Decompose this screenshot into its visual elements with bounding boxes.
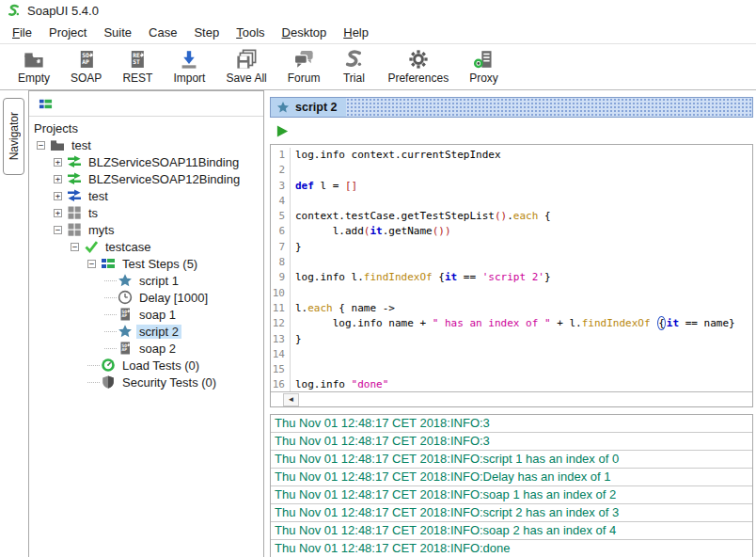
tree-connector <box>104 331 117 332</box>
navigator-tab-label: Navigator <box>8 112 21 160</box>
tree-item-label[interactable]: testcase <box>102 240 153 254</box>
tree-row-security-tests-0-[interactable]: Security Tests (0) <box>29 374 263 390</box>
tree-item-label[interactable]: test <box>86 189 111 203</box>
tree-row-script-2[interactable]: script 2 <box>29 323 263 340</box>
tree-item-label[interactable]: BLZServiceSOAP11Binding <box>86 155 242 169</box>
tree-row-load-tests-0-[interactable]: Load Tests (0) <box>29 357 263 374</box>
menu-file[interactable]: File <box>4 23 40 42</box>
tree-row-myts[interactable]: −myts <box>29 221 263 238</box>
menu-help[interactable]: Help <box>335 23 377 42</box>
import-icon <box>179 49 199 70</box>
tree-item-label[interactable]: Load Tests (0) <box>119 358 202 373</box>
soap-button[interactable]: SOAPSOAP <box>62 47 110 87</box>
groovy-star-icon <box>118 273 133 288</box>
rest-button[interactable]: RESTREST <box>114 47 161 87</box>
code-view[interactable]: 1log.info context.currentStepIndex23def … <box>271 145 752 391</box>
collapse-icon[interactable]: − <box>71 243 79 251</box>
collapse-icon[interactable]: − <box>87 260 96 268</box>
forum-button[interactable]: Forum <box>279 47 329 87</box>
tree-row-test[interactable]: −test <box>29 136 263 153</box>
navigator-tab-strip: Navigator <box>0 90 28 557</box>
line-number: 4 <box>271 194 291 209</box>
log-row[interactable]: Thu Nov 01 12:48:17 CET 2018:INFO:Delay … <box>271 469 752 486</box>
script-toolbar <box>270 119 753 142</box>
menu-desktop[interactable]: Desktop <box>274 23 336 42</box>
expand-icon[interactable]: + <box>54 209 62 217</box>
groovy-code-editor[interactable]: 1log.info context.currentStepIndex23def … <box>270 144 753 407</box>
tree-item-label[interactable]: Delay [1000] <box>136 291 211 305</box>
tree-row-script-1[interactable]: script 1 <box>29 272 263 289</box>
run-script-button[interactable] <box>274 122 291 139</box>
code-text: l.each { name -> <box>291 301 395 316</box>
code-text: log.info name + " has an index of " + l.… <box>291 316 735 331</box>
tree-row-blzservicesoap11binding[interactable]: +BLZServiceSOAP11Binding <box>29 153 263 170</box>
tree-row-test-steps-5-[interactable]: −Test Steps (5) <box>29 255 263 272</box>
log-row[interactable]: Thu Nov 01 12:48:17 CET 2018:INFO:3 <box>271 433 752 451</box>
tree-row-ts[interactable]: +ts <box>29 204 263 221</box>
log-row[interactable]: Thu Nov 01 12:48:17 CET 2018:INFO:soap 1… <box>271 486 752 504</box>
tree-row-soap-1[interactable]: SOAPsoap 1 <box>29 306 263 323</box>
window-titlebar[interactable]: SoapUI 5.4.0 <box>0 0 756 21</box>
document-tab-title: script 2 <box>295 101 337 114</box>
toolbar-button-label: Save All <box>226 72 266 85</box>
tree-options-icon[interactable] <box>39 97 53 111</box>
editor-horizontal-scrollbar[interactable]: ◄ <box>271 391 752 406</box>
code-text: context.testCase.getTestStepList().each … <box>291 209 551 224</box>
proxy-button[interactable]: Proxy <box>461 47 507 87</box>
tabbar-pattern[interactable] <box>346 98 752 117</box>
log-output-panel[interactable]: Thu Nov 01 12:48:17 CET 2018:INFO:3Thu N… <box>270 414 753 557</box>
code-text: log.info l.findIndexOf {it == 'script 2'… <box>291 270 551 285</box>
tree-item-label[interactable]: Security Tests (0) <box>119 375 219 390</box>
line-number: 15 <box>271 362 291 377</box>
tree-item-label[interactable]: BLZServiceSOAP12Binding <box>86 172 243 186</box>
tree-item-label[interactable]: test <box>69 138 94 152</box>
scroll-left-button[interactable]: ◄ <box>283 393 299 406</box>
log-row[interactable]: Thu Nov 01 12:48:17 CET 2018:INFO:done <box>271 540 752 557</box>
collapse-icon[interactable]: − <box>54 226 62 234</box>
preferences-button[interactable]: Preferences <box>379 47 457 87</box>
tree-item-label[interactable]: Test Steps (5) <box>119 257 200 271</box>
save-all-button[interactable]: Save All <box>217 47 275 87</box>
menu-step[interactable]: Step <box>185 23 228 42</box>
line-number: 3 <box>271 179 291 194</box>
tree-row-test[interactable]: +test <box>29 187 263 204</box>
toolbar-button-label: REST <box>122 72 152 85</box>
soap-request-icon: SOAP <box>118 307 133 322</box>
tree-item-label[interactable]: soap 1 <box>136 308 179 322</box>
log-row[interactable]: Thu Nov 01 12:48:17 CET 2018:INFO:script… <box>271 504 752 522</box>
expand-icon[interactable]: + <box>54 192 62 200</box>
tree-item-label[interactable]: soap 2 <box>136 342 179 356</box>
import-button[interactable]: Import <box>165 47 213 87</box>
log-row[interactable]: Thu Nov 01 12:48:17 CET 2018:INFO:3 <box>271 415 752 433</box>
code-text: } <box>291 332 302 347</box>
tree-root-row[interactable]: Projects <box>29 119 263 136</box>
expand-icon[interactable]: + <box>54 158 62 167</box>
document-tab-script2[interactable]: script 2 <box>271 98 346 117</box>
tree-root-label: Projects <box>31 121 81 135</box>
tree-item-label[interactable]: myts <box>86 223 117 237</box>
collapse-icon[interactable]: − <box>37 141 45 150</box>
soapui-window: SoapUI 5.4.0 FileProjectSuiteCaseStepToo… <box>0 0 756 557</box>
project-tree[interactable]: Projects −test+BLZServiceSOAP11Binding+B… <box>29 117 263 390</box>
tree-row-soap-2[interactable]: SOAPsoap 2 <box>29 340 263 357</box>
menu-project[interactable]: Project <box>40 23 95 42</box>
tree-item-label[interactable]: script 1 <box>136 274 181 288</box>
tree-connector <box>104 348 117 349</box>
tree-row-delay-1000-[interactable]: Delay [1000] <box>29 289 263 306</box>
navigator-tab[interactable]: Navigator <box>3 98 24 175</box>
menu-tools[interactable]: Tools <box>228 23 273 42</box>
menu-case[interactable]: Case <box>140 23 185 42</box>
expand-icon[interactable]: + <box>54 175 62 183</box>
tree-item-label[interactable]: script 2 <box>136 325 181 339</box>
tree-row-blzservicesoap12binding[interactable]: +BLZServiceSOAP12Binding <box>29 170 263 187</box>
code-text <box>291 255 295 270</box>
tree-item-label[interactable]: ts <box>86 206 101 220</box>
forum-icon <box>293 49 314 70</box>
code-line-16: 16log.info "done" <box>271 377 752 391</box>
menu-suite[interactable]: Suite <box>95 23 140 42</box>
empty-button[interactable]: Empty <box>9 47 58 87</box>
trial-button[interactable]: Trial <box>332 47 375 87</box>
log-row[interactable]: Thu Nov 01 12:48:17 CET 2018:INFO:soap 2… <box>271 522 752 540</box>
tree-row-testcase[interactable]: −testcase <box>29 238 263 255</box>
log-row[interactable]: Thu Nov 01 12:48:17 CET 2018:INFO:script… <box>271 451 752 469</box>
